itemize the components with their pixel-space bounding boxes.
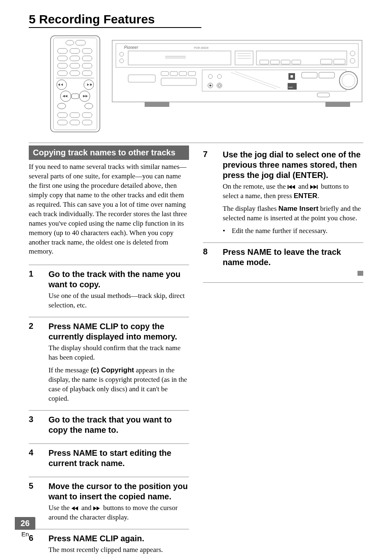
svg-rect-34: [58, 113, 67, 118]
svg-point-44: [120, 52, 124, 56]
svg-marker-89: [75, 506, 78, 510]
svg-text:PDR-W839: PDR-W839: [194, 46, 209, 49]
svg-point-22: [58, 103, 66, 109]
svg-rect-29: [91, 84, 92, 85]
svg-point-74: [218, 84, 221, 87]
svg-rect-82: [319, 72, 334, 78]
step-title: Use the jog dial to select one of the pr…: [223, 150, 363, 180]
fast-forward-icon: [93, 506, 101, 510]
svg-marker-95: [310, 185, 314, 189]
step-number: 2: [29, 321, 43, 404]
svg-rect-48: [165, 58, 186, 58]
svg-text:DISC: DISC: [288, 86, 293, 88]
chapter-heading: 5 Recording Features: [29, 12, 201, 28]
svg-marker-90: [93, 506, 97, 510]
svg-rect-78: [291, 75, 293, 78]
section-end-marker: [357, 271, 363, 276]
step-text: The most recently clipped name appears.: [48, 545, 189, 554]
svg-point-60: [350, 51, 355, 56]
svg-rect-28: [59, 84, 60, 85]
svg-rect-49: [235, 51, 253, 65]
step-5: 5 Move the cursor to the position you wa…: [29, 477, 189, 529]
step-1: 1 Go to the track with the name you want…: [29, 265, 189, 317]
device-illustrations: Pioneer PDR-W839: [50, 35, 363, 132]
svg-rect-66: [188, 72, 196, 76]
svg-rect-81: [302, 72, 317, 78]
prev-track-icon: [288, 185, 297, 189]
svg-point-70: [217, 74, 221, 78]
svg-point-61: [350, 58, 355, 63]
svg-rect-64: [170, 72, 178, 76]
svg-rect-47: [165, 56, 186, 57]
svg-rect-58: [321, 59, 332, 64]
bullet-dot: •: [223, 226, 228, 236]
svg-rect-56: [281, 60, 290, 64]
step-number: 5: [29, 481, 43, 522]
step-title: Go to the track with the name you want t…: [48, 269, 189, 290]
svg-point-69: [208, 74, 212, 78]
remote-control-illustration: [50, 35, 100, 132]
step-text: On the remote, use the and buttons to se…: [223, 182, 363, 201]
svg-rect-4: [58, 48, 67, 53]
svg-rect-85: [317, 93, 330, 97]
left-column: Copying track names to other tracks If y…: [29, 145, 189, 554]
svg-rect-3: [76, 40, 85, 45]
svg-rect-38: [70, 120, 80, 125]
svg-rect-35: [70, 113, 80, 118]
step-number: 1: [29, 269, 43, 310]
svg-rect-54: [260, 60, 269, 64]
svg-rect-11: [70, 63, 80, 68]
svg-rect-67: [161, 78, 196, 85]
step-4: 4 Press NAME to start editing the curren…: [29, 443, 189, 477]
step-7: 7 Use the jog dial to select one of the …: [203, 145, 363, 242]
svg-rect-9: [82, 56, 92, 61]
svg-rect-59: [334, 59, 345, 64]
svg-rect-14: [70, 71, 80, 76]
svg-rect-12: [82, 63, 92, 68]
svg-rect-13: [58, 71, 67, 76]
section-title-bar: Copying track names to other tracks: [29, 145, 189, 160]
step-8: 8 Press NAME to leave the track name mod…: [203, 242, 363, 282]
rewind-icon: [71, 506, 80, 510]
step-text: If the message (c) Copyright appears in …: [48, 366, 189, 404]
step-title: Go to the track that you want to copy th…: [48, 415, 189, 435]
next-track-icon: [310, 185, 319, 189]
step-6: 6 Press NAME CLIP again. The most recent…: [29, 529, 189, 554]
step-title: Move the cursor to the position you want…: [48, 481, 189, 502]
svg-point-23: [85, 103, 93, 109]
step-number: 4: [29, 448, 43, 470]
svg-rect-39: [82, 120, 92, 125]
svg-rect-5: [70, 48, 80, 53]
step-number: 7: [203, 150, 217, 236]
page-footer: 26 En: [15, 517, 35, 538]
svg-point-2: [66, 40, 74, 45]
svg-rect-36: [82, 113, 92, 118]
step-number: 3: [29, 415, 43, 437]
step-text: Use one of the usual methods—track skip,…: [48, 291, 189, 310]
svg-rect-65: [179, 72, 187, 76]
svg-rect-10: [58, 63, 67, 68]
svg-marker-88: [71, 506, 75, 510]
step-title: Press NAME CLIP to copy the currently di…: [48, 321, 189, 342]
step-text: The display flashes Name Insert briefly …: [223, 204, 363, 223]
page-number: 26: [15, 517, 35, 530]
right-column: 7 Use the jog dial to select one of the …: [203, 145, 363, 554]
svg-marker-96: [314, 185, 317, 189]
step-title: Press NAME to leave the track name mode.: [223, 247, 363, 268]
step-3: 3 Go to the track that you want to copy …: [29, 410, 189, 443]
svg-marker-93: [288, 185, 292, 189]
step-title: Press NAME CLIP again.: [48, 533, 189, 544]
page-language: En: [15, 531, 35, 538]
svg-rect-8: [70, 56, 80, 61]
svg-rect-55: [270, 60, 279, 64]
svg-text:Pioneer: Pioneer: [124, 45, 138, 50]
bullet-item: • Edit the name further if necessary.: [223, 226, 363, 236]
svg-marker-94: [292, 185, 295, 189]
intro-paragraph: If you need to name several tracks with …: [29, 162, 189, 256]
step-number: 8: [203, 247, 217, 276]
step-title: Press NAME to start editing the current …: [48, 448, 189, 469]
svg-rect-6: [82, 48, 92, 53]
step-text: Use the and buttons to move the cursor a…: [48, 503, 189, 522]
bullet-text: Edit the name further if necessary.: [232, 226, 327, 236]
svg-point-84: [342, 74, 355, 87]
